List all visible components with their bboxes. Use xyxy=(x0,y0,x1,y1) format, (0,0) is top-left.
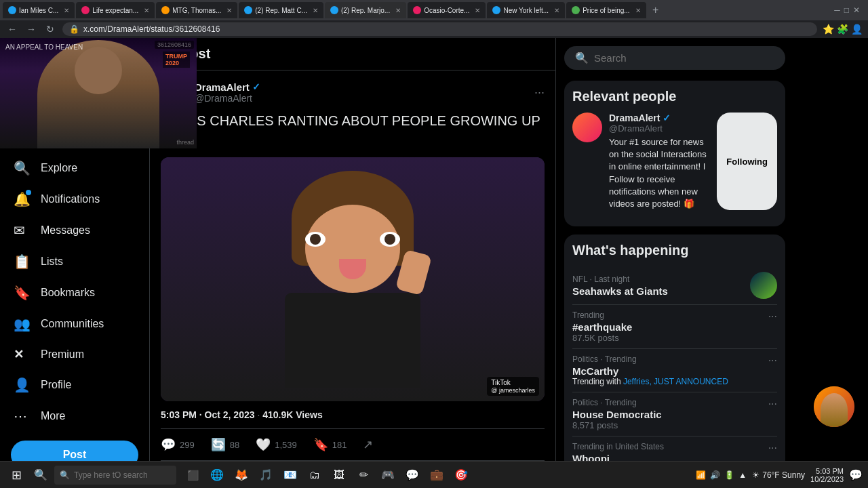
post-button[interactable]: Post xyxy=(11,441,138,461)
communities-icon: 👥 xyxy=(14,317,31,331)
extensions-icon[interactable]: 🧩 xyxy=(837,24,848,35)
search-input[interactable] xyxy=(594,52,774,64)
notification-up-icon[interactable]: ▲ xyxy=(738,470,747,480)
earthquake-topic: #earthquake xyxy=(572,321,632,333)
sidebar-item-messages[interactable]: ✉ Messages xyxy=(3,216,146,245)
taskbar-games-icon[interactable]: 🎮 xyxy=(377,464,399,486)
taskbar-firefox-icon[interactable]: 🦊 xyxy=(231,464,252,486)
premium-icon: ✕ xyxy=(14,348,24,361)
taskbar-search-bar[interactable]: 🔍 xyxy=(54,466,176,485)
trending-item-mccarthy[interactable]: Politics · Trending McCarthy Trending wi… xyxy=(572,349,777,392)
browser-tab-3[interactable]: MTG, Thomas... ✕ xyxy=(156,2,237,18)
sidebar-item-messages-label: Messages xyxy=(41,224,90,237)
sidebar-item-premium-label: Premium xyxy=(41,348,84,361)
mccarthy-sub: Trending with Jeffries, JUST ANNOUNCED xyxy=(572,377,728,386)
webcam-overlay: AN APPEAL TO HEAVEN TRUMP2020 3612608416… xyxy=(0,38,197,148)
taskbar-photos-icon[interactable]: 🖼 xyxy=(328,464,350,486)
taskbar-files-icon[interactable]: 🗂 xyxy=(304,464,326,486)
retweet-action[interactable]: 🔄 88 xyxy=(211,437,239,452)
webcam-text: AN APPEAL TO HEAVEN xyxy=(5,43,83,51)
profile-icon[interactable]: 👤 xyxy=(851,24,863,35)
like-action[interactable]: 🤍 1,539 xyxy=(256,437,297,452)
browser-tab-1[interactable]: Ian Miles C... ✕ xyxy=(3,2,75,18)
battery-icon[interactable]: 🔋 xyxy=(724,470,734,480)
back-button[interactable]: ← xyxy=(5,24,19,35)
browser-tab-4[interactable]: (2) Rep. Matt C... ✕ xyxy=(239,2,323,18)
taskbar-teams-icon[interactable]: 💼 xyxy=(426,464,448,486)
follow-button[interactable]: Following xyxy=(717,113,777,210)
browser-tabs: Ian Miles C... ✕ Life expectan... ✕ MTG,… xyxy=(0,0,868,20)
new-tab-button[interactable]: + xyxy=(648,2,664,18)
trending-item-earthquake[interactable]: Trending #earthquake 87.5K posts ··· xyxy=(572,305,777,349)
whats-happening-section: What's happening NFL · Last night Seahaw… xyxy=(564,235,785,461)
tweet-more-button[interactable]: ··· xyxy=(534,85,545,100)
sidebar-item-explore[interactable]: 🔍 Explore xyxy=(3,153,146,183)
taskbar-email-icon[interactable]: 📧 xyxy=(279,464,301,486)
maximize-button[interactable]: □ xyxy=(844,5,849,15)
mccarthy-more-icon[interactable]: ··· xyxy=(768,354,777,367)
sidebar-item-communities[interactable]: 👥 Communities xyxy=(3,309,146,339)
trending-item-nfl[interactable]: NFL · Last night Seahawks at Giants xyxy=(572,266,777,305)
tweet-author-info: DramaAlert ✓ @DramaAlert xyxy=(195,81,260,104)
earthquake-more-icon[interactable]: ··· xyxy=(768,310,777,323)
relevant-verified-badge: ✓ xyxy=(663,113,671,123)
browser-tab-8[interactable]: Price of being... ✕ xyxy=(566,2,646,18)
address-bar[interactable]: 🔒 x.com/DramaAlert/status/3612608416 xyxy=(62,22,817,36)
notification-center[interactable]: 💬 xyxy=(849,468,863,481)
share-action[interactable]: ↗ xyxy=(363,437,373,452)
reply-action[interactable]: 💬 299 xyxy=(161,437,195,452)
tweet-author-handle: @DramaAlert xyxy=(195,93,260,104)
bookmark-icon[interactable]: ⭐ xyxy=(823,24,834,35)
bookmark-action[interactable]: 🔖 181 xyxy=(313,437,347,452)
sound-icon[interactable]: 🔊 xyxy=(710,470,720,480)
browser-tab-2[interactable]: Life expectan... ✕ xyxy=(76,2,155,18)
stream-username: 3612608416 xyxy=(155,41,194,49)
trending-item-whoopi[interactable]: Trending in United States Whoopi 6,616 p… xyxy=(572,436,777,461)
sidebar-item-bookmarks-label: Bookmarks xyxy=(41,287,95,299)
browser-tab-7[interactable]: New York left... ✕ xyxy=(487,2,565,18)
start-button[interactable]: ⊞ xyxy=(5,464,27,486)
tweet-video[interactable]: TikTok@ jamescharles xyxy=(161,157,545,401)
tweet-text: JAMES CHARLES RANTING ABOUT PEOPLE GROWI… xyxy=(161,111,545,149)
close-button[interactable]: ✕ xyxy=(853,5,860,15)
sidebar-item-bookmarks[interactable]: 🔖 Bookmarks xyxy=(3,278,146,308)
sidebar-item-profile[interactable]: 👤 Profile xyxy=(3,370,146,400)
taskbar-search-icon: 🔍 xyxy=(60,470,70,480)
whoopi-more-icon[interactable]: ··· xyxy=(768,442,777,454)
taskbar-chrome-icon[interactable]: 🌐 xyxy=(206,464,228,486)
taskbar-search-button[interactable]: 🔍 xyxy=(30,464,52,486)
relevant-person-avatar[interactable] xyxy=(572,113,602,142)
right-sidebar: 🔍 Relevant people DramaAlert ✓ @DramaAle… xyxy=(556,38,793,461)
tweet-author-name: DramaAlert ✓ xyxy=(195,81,260,93)
tweet-author-row: D DramaAlert ✓ @DramaAlert ··· xyxy=(161,79,545,106)
browser-tab-5[interactable]: (2) Rep. Marjo... ✕ xyxy=(325,2,406,18)
browser-tab-6[interactable]: Ocasio-Corte... ✕ xyxy=(408,2,486,18)
taskbar-office-icon[interactable]: 🎯 xyxy=(450,464,472,486)
sidebar-item-more[interactable]: ⋯ More xyxy=(3,401,146,431)
taskbar-discord-icon[interactable]: 💬 xyxy=(401,464,423,486)
minimize-button[interactable]: ─ xyxy=(834,5,840,15)
mccarthy-info: Politics · Trending McCarthy Trending wi… xyxy=(572,354,728,386)
taskbar-task-view[interactable]: ⬛ xyxy=(182,464,203,486)
taskbar-right: 📶 🔊 🔋 ▲ ☀ 76°F Sunny 5:03 PM 10/2/2023 💬 xyxy=(696,467,863,483)
forward-button[interactable]: → xyxy=(24,24,38,35)
refresh-button[interactable]: ↻ xyxy=(43,24,57,35)
sidebar-item-lists[interactable]: 📋 Lists xyxy=(3,247,146,277)
mccarthy-topic: McCarthy xyxy=(572,365,728,377)
stream-avatar[interactable] xyxy=(814,386,854,427)
sidebar-item-profile-label: Profile xyxy=(41,379,71,391)
network-icon[interactable]: 📶 xyxy=(696,470,706,480)
nfl-category: NFL · Last night xyxy=(572,274,745,284)
seahawks-row: NFL · Last night Seahawks at Giants xyxy=(572,272,777,299)
main-area: AN APPEAL TO HEAVEN TRUMP2020 3612608416… xyxy=(0,38,868,461)
taskbar-search-input[interactable] xyxy=(74,470,169,480)
sidebar-item-notifications[interactable]: 🔔 Notifications xyxy=(3,184,146,214)
trending-item-house[interactable]: Politics · Trending House Democratic 8,5… xyxy=(572,392,777,436)
taskbar-edit-icon[interactable]: ✏ xyxy=(353,464,374,486)
house-more-icon[interactable]: ··· xyxy=(768,398,777,410)
sidebar-item-premium[interactable]: ✕ Premium xyxy=(3,340,146,369)
relevant-people-title: Relevant people xyxy=(572,89,777,104)
trending-earthquake-row: Trending #earthquake 87.5K posts ··· xyxy=(572,310,777,343)
taskbar-music-icon[interactable]: 🎵 xyxy=(255,464,277,486)
verified-badge: ✓ xyxy=(252,81,260,92)
